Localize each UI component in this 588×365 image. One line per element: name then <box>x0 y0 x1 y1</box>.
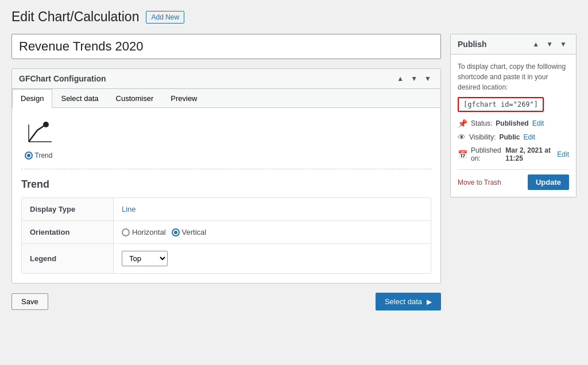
publish-actions: Move to Trash Update <box>458 169 569 190</box>
legend-value: Top Bottom Left Right None <box>114 244 431 273</box>
published-edit-link[interactable]: Edit <box>557 150 569 158</box>
publish-header: Publish ▲ ▼ ▼ <box>451 34 576 55</box>
tab-select-data[interactable]: Select data <box>52 89 107 108</box>
chart-type-grid: Trend <box>21 117 431 160</box>
metabox-header: GFChart Configuration ▲ ▼ ▼ <box>12 69 440 89</box>
trend-settings-table: Display Type Line Orientation <box>21 197 431 274</box>
svg-point-0 <box>43 122 49 127</box>
move-to-trash-link[interactable]: Move to Trash <box>458 178 501 187</box>
publish-up-btn[interactable]: ▲ <box>530 39 541 49</box>
status-label: Status: <box>471 119 492 127</box>
publish-visibility-row: 👁 Visibility: Public Edit <box>458 133 569 142</box>
orientation-vertical-radio <box>172 228 180 236</box>
publish-date-row: 📅 Published on: Mar 2, 2021 at 11:25 Edi… <box>458 146 569 162</box>
section-divider <box>21 169 431 169</box>
display-type-row: Display Type Line <box>22 198 431 221</box>
publish-body: To display chart, copy the folllowing sh… <box>451 55 576 197</box>
publish-status-row: 📌 Status: Published Edit <box>458 119 569 128</box>
orientation-horizontal-radio <box>122 228 130 236</box>
shortcode-info: To display chart, copy the folllowing sh… <box>458 61 569 92</box>
trend-radio <box>25 152 33 160</box>
display-type-label: Display Type <box>22 198 114 220</box>
orientation-value: Horizontal Vertical <box>114 221 431 243</box>
sidebar: Publish ▲ ▼ ▼ To display chart, copy the… <box>450 34 577 197</box>
add-new-button[interactable]: Add New <box>146 11 184 24</box>
visibility-icon: 👁 <box>458 133 466 142</box>
metabox-up-btn[interactable]: ▲ <box>394 73 406 84</box>
orientation-horizontal-label: Horizontal <box>132 228 166 236</box>
trend-chart-icon <box>21 117 56 152</box>
publish-close-btn[interactable]: ▼ <box>558 39 569 49</box>
bottom-actions: Save Select data ▶ <box>11 293 441 310</box>
select-data-button[interactable]: Select data ▶ <box>376 293 441 310</box>
metabox-title: GFChart Configuration <box>19 74 106 83</box>
orientation-vertical-label: Vertical <box>182 228 207 236</box>
display-type-value: Line <box>114 198 431 220</box>
legend-label: Legend <box>22 244 114 273</box>
publish-title: Publish <box>458 40 487 49</box>
orientation-row: Orientation Horizontal Vertic <box>22 221 431 244</box>
chart-type-trend[interactable]: Trend <box>21 117 56 160</box>
published-value: Mar 2, 2021 at 11:25 <box>505 146 554 162</box>
page-title: Edit Chart/Calculation <box>11 9 139 25</box>
status-value: Published <box>496 119 528 127</box>
orientation-label: Orientation <box>22 221 114 243</box>
visibility-edit-link[interactable]: Edit <box>523 133 535 141</box>
trend-section-title: Trend <box>21 178 431 191</box>
tab-design[interactable]: Design <box>12 89 52 108</box>
trend-label: Trend <box>25 152 53 160</box>
display-type-link[interactable]: Line <box>122 205 136 213</box>
orientation-radio-group: Horizontal Vertical <box>122 228 206 236</box>
gfchart-config-metabox: GFChart Configuration ▲ ▼ ▼ Design Selec… <box>11 68 441 284</box>
metabox-body: Trend Trend Display Type Line <box>12 108 440 283</box>
visibility-label: Visibility: <box>469 133 496 141</box>
metabox-close-btn[interactable]: ▼ <box>422 73 434 84</box>
orientation-horizontal-option[interactable]: Horizontal <box>122 228 166 236</box>
calendar-icon: 📅 <box>458 150 467 159</box>
orientation-vertical-option[interactable]: Vertical <box>172 228 207 236</box>
select-data-arrow-icon: ▶ <box>427 298 432 306</box>
visibility-value: Public <box>499 133 520 141</box>
status-edit-link[interactable]: Edit <box>532 119 544 127</box>
metabox-controls: ▲ ▼ ▼ <box>394 73 434 84</box>
update-button[interactable]: Update <box>528 174 569 190</box>
metabox-down-btn[interactable]: ▼ <box>408 73 420 84</box>
publish-box: Publish ▲ ▼ ▼ To display chart, copy the… <box>450 34 577 197</box>
legend-select[interactable]: Top Bottom Left Right None <box>122 251 168 266</box>
shortcode-box[interactable]: [gfchart id="269"] <box>458 97 544 112</box>
status-icon: 📌 <box>458 119 467 128</box>
publish-controls: ▲ ▼ ▼ <box>530 39 569 49</box>
chart-title-input[interactable] <box>11 34 441 59</box>
tab-preview[interactable]: Preview <box>162 89 206 108</box>
legend-row: Legend Top Bottom Left Right None <box>22 244 431 273</box>
published-label: Published on: <box>471 146 502 162</box>
publish-down-btn[interactable]: ▼ <box>544 39 555 49</box>
tabs-bar: Design Select data Customiser Preview <box>12 89 440 108</box>
tab-customiser[interactable]: Customiser <box>107 89 163 108</box>
save-button[interactable]: Save <box>11 293 48 310</box>
